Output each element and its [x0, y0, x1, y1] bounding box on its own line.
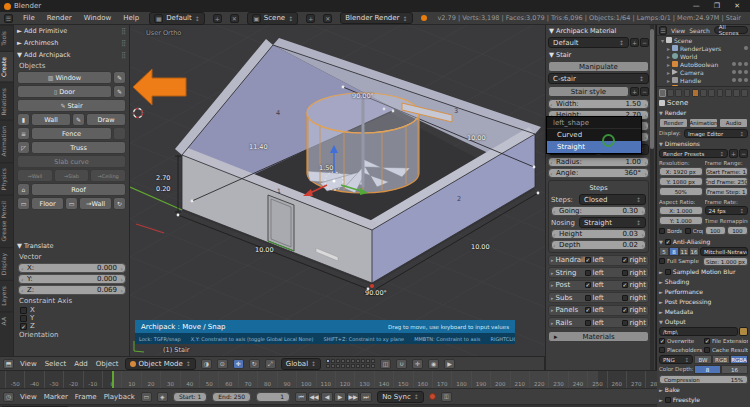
stair-panel-header[interactable]: ▼Stair: [548, 49, 649, 60]
tab-relations[interactable]: Relations: [0, 82, 13, 121]
manipulator-scale-icon[interactable]: ⤢: [265, 359, 276, 369]
roof-button[interactable]: Roof: [31, 183, 126, 196]
constraint-z-checkbox[interactable]: [20, 323, 27, 330]
timeline-menu[interactable]: Marker: [43, 393, 69, 401]
constraint-y-checkbox[interactable]: [20, 315, 27, 322]
arch-scrollbar-thumb[interactable]: [650, 29, 654, 149]
step-height-field[interactable]: Height0.03: [551, 229, 646, 239]
fence-button[interactable]: Fence: [31, 127, 112, 140]
timeline-menu[interactable]: View: [19, 393, 38, 401]
object-tab-icon[interactable]: [692, 89, 699, 97]
constraint-x-checkbox[interactable]: [20, 307, 27, 314]
jump-start-icon[interactable]: ⏮: [295, 392, 307, 402]
post-processing-panel[interactable]: ►Post Processing: [659, 297, 748, 306]
panel-archimesh[interactable]: ►Archimesh⣿: [14, 37, 129, 49]
constraints-tab-icon[interactable]: [700, 89, 707, 97]
scene-add-button[interactable]: +: [306, 14, 315, 23]
rails-left-checkbox[interactable]: [585, 320, 591, 326]
depth-8-button[interactable]: 8: [694, 365, 721, 374]
window-button[interactable]: ▥Window: [17, 71, 112, 84]
window-edit-icon[interactable]: ✎: [113, 71, 126, 84]
file-ext-checkbox[interactable]: [704, 338, 710, 344]
dropdown-item-straight[interactable]: Straight: [547, 141, 641, 153]
maximize-button[interactable]: ❐: [714, 2, 720, 10]
handrail-row[interactable]: ▸Handrailleftright: [548, 255, 649, 266]
string-left-checkbox[interactable]: [585, 270, 591, 276]
end-frame-field[interactable]: End: 250: [212, 392, 251, 402]
record-icon[interactable]: [429, 393, 436, 400]
physics-tab-icon[interactable]: [741, 89, 748, 97]
outliner-editor-icon[interactable]: ☰: [659, 26, 667, 35]
rails-row[interactable]: ▸Railsleftright: [548, 317, 649, 328]
render-button[interactable]: Render: [659, 118, 688, 128]
start-frame-field[interactable]: Start: 1: [173, 392, 207, 402]
freestyle-panel[interactable]: ►Freestyle: [659, 395, 748, 404]
dropdown-item-curved[interactable]: Curved: [547, 129, 641, 141]
outliner-view-menu[interactable]: View: [671, 27, 685, 34]
output-path-field[interactable]: /tmp\: [659, 327, 738, 336]
placeholders-checkbox[interactable]: [659, 347, 665, 353]
aa-filter-select[interactable]: Mitchell-Netravali: [700, 247, 748, 256]
angle-field[interactable]: Angle:360°: [548, 168, 649, 178]
scene-tab-icon[interactable]: [675, 89, 682, 97]
layout-add-button[interactable]: +: [213, 14, 222, 23]
manipulate-button[interactable]: Manipulate: [548, 61, 649, 72]
snap-magnet-icon[interactable]: ∪: [396, 359, 407, 369]
folder-icon[interactable]: [739, 327, 748, 336]
aa-16-button[interactable]: 16: [689, 247, 699, 256]
string-right-checkbox[interactable]: [622, 270, 628, 276]
render-panel-header[interactable]: ▼Render: [659, 108, 748, 117]
tab-aa[interactable]: AA: [0, 311, 13, 330]
outliner-row-world[interactable]: ▸World: [657, 52, 750, 60]
sync-select[interactable]: No Sync↕: [377, 391, 424, 403]
post-left-checkbox[interactable]: [585, 282, 591, 288]
width-field[interactable]: Width:1.50: [548, 99, 649, 109]
door-button[interactable]: ▯Door: [17, 85, 112, 98]
viewport-menu[interactable]: Object: [95, 360, 120, 368]
rails-right-checkbox[interactable]: [622, 320, 628, 326]
handrail-right-checkbox[interactable]: [622, 257, 628, 263]
manipulator-translate-icon[interactable]: ✛: [233, 359, 244, 369]
render-presets-select[interactable]: Render Presets↕: [659, 149, 728, 158]
style-add-icon[interactable]: +: [630, 87, 639, 96]
remap-a-field[interactable]: 100: [705, 226, 726, 235]
outliner-row-autoboolean[interactable]: ▸AutoBoolean: [657, 60, 750, 68]
wall-button[interactable]: Wall: [31, 113, 71, 126]
translate-y-field[interactable]: Y:0.000: [18, 274, 126, 284]
depth-16-button[interactable]: 16: [721, 365, 748, 374]
timeline-menu[interactable]: Playback: [103, 393, 136, 401]
layout-delete-button[interactable]: ✕: [230, 14, 239, 23]
format-select[interactable]: PNG↕: [659, 355, 693, 364]
frame-step-field[interactable]: Frame Step: 1: [705, 187, 749, 196]
viewport-editor-icon[interactable]: ⬒: [3, 359, 14, 369]
shading-icon[interactable]: ◑: [201, 359, 212, 369]
translate-z-field[interactable]: Z:0.069: [18, 285, 126, 295]
cache-checkbox[interactable]: [704, 347, 710, 353]
preset-add-icon[interactable]: +: [729, 149, 738, 158]
start-frame-field[interactable]: Start Frame: 1: [705, 167, 749, 176]
archipack-material-header[interactable]: ▼Archipack Material: [548, 25, 649, 36]
aa-5-button[interactable]: 5: [659, 247, 669, 256]
tab-tools[interactable]: Tools: [0, 25, 13, 51]
menubar-menu[interactable]: Window: [82, 14, 114, 22]
panel-add-archipack[interactable]: ▼Add Archipack⣿: [14, 49, 129, 61]
handrail-left-checkbox[interactable]: [585, 257, 591, 263]
tab-animation[interactable]: Animation: [0, 120, 13, 162]
outliner-row-renderlayers[interactable]: ▸RenderLayers: [657, 44, 750, 52]
animation-button[interactable]: Animation: [689, 118, 718, 128]
audio-button[interactable]: Audio: [719, 118, 748, 128]
truss-button[interactable]: Truss: [31, 141, 126, 154]
bake-panel[interactable]: ►Bake: [659, 385, 748, 394]
viewport-menu[interactable]: Select: [44, 360, 68, 368]
going-field[interactable]: Going:0.30: [551, 206, 646, 216]
aa-checkbox[interactable]: [665, 239, 671, 245]
texture-tab-icon[interactable]: [733, 89, 740, 97]
asp-x-field[interactable]: X: 1.000: [659, 206, 703, 215]
play-reverse-icon[interactable]: ◀: [321, 392, 333, 402]
full-sample-checkbox[interactable]: [659, 258, 665, 264]
tab-create[interactable]: Create: [0, 51, 13, 82]
radius-field[interactable]: Radius:1.00: [548, 157, 649, 167]
post-right-checkbox[interactable]: [622, 282, 628, 288]
materials-button[interactable]: ▸Materials: [548, 331, 649, 342]
panels-row[interactable]: ▸Panelsleftright: [548, 305, 649, 316]
